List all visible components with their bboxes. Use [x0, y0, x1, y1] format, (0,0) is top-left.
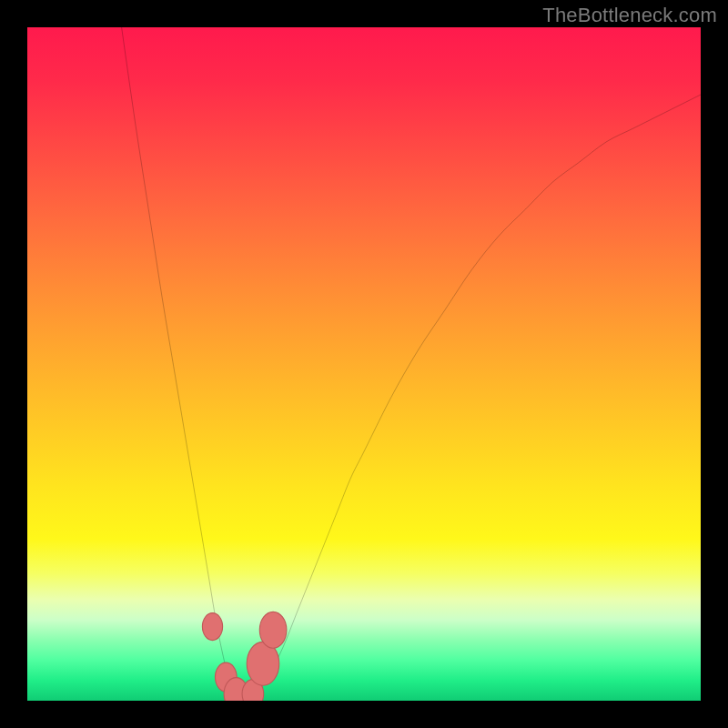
bottleneck-curve	[122, 27, 701, 701]
curve-marker	[259, 612, 287, 648]
curve-svg	[27, 27, 701, 701]
chart-frame: TheBottleneck.com	[0, 0, 728, 728]
watermark-text: TheBottleneck.com	[542, 4, 717, 27]
curve-marker	[202, 613, 222, 641]
curve-markers	[202, 612, 287, 701]
plot-area	[27, 27, 701, 701]
